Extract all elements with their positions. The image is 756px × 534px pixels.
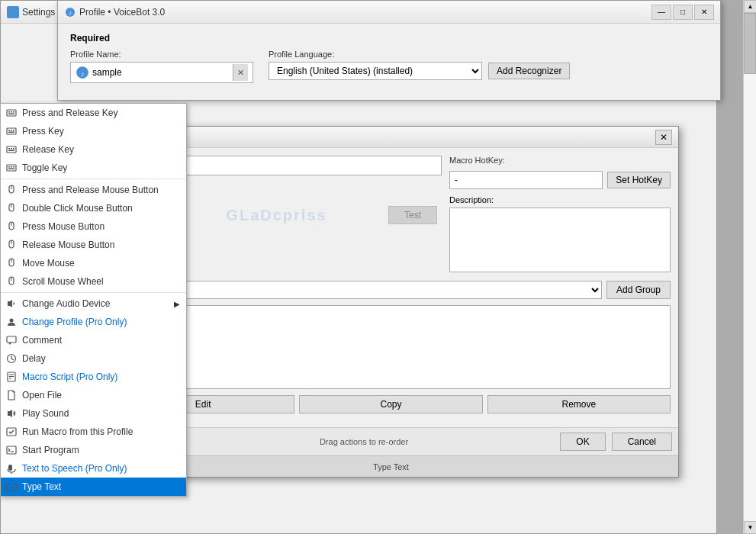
set-hotkey-btn[interactable]: Set HotKey <box>607 172 671 188</box>
svg-rect-8 <box>11 111 12 113</box>
menu-item-label-open-file: Open File <box>22 390 62 400</box>
script-icon <box>5 371 18 383</box>
language-select[interactable]: English (United States) (installed) <box>269 62 482 80</box>
menu-item-change-audio[interactable]: Change Audio Device▶ <box>1 294 186 313</box>
comment-icon <box>5 334 18 346</box>
profile-lang-label: Profile Language: <box>269 50 570 59</box>
menu-separator <box>1 292 186 293</box>
scroll-track[interactable] <box>744 13 756 521</box>
delay-icon <box>5 352 18 365</box>
menu-item-label-tts: Text to Speech (Pro Only) <box>22 463 127 474</box>
menu-item-label-press-release-mouse: Press and Release Mouse Button <box>22 185 159 195</box>
menu-item-start-program[interactable]: Start Program <box>1 441 186 459</box>
svg-rect-40 <box>7 336 16 343</box>
svg-marker-38 <box>8 300 12 307</box>
svg-rect-23 <box>11 166 12 168</box>
profile-maximize-btn[interactable]: □ <box>673 5 693 20</box>
actions-list <box>111 305 671 389</box>
keyboard-icon <box>5 143 18 156</box>
type-icon: A <box>5 481 18 493</box>
menu-item-label-press-release-key: Press and Release Key <box>22 108 117 118</box>
program-icon <box>5 444 18 456</box>
menu-item-label-toggle-key: Toggle Key <box>22 162 67 173</box>
remove-btn[interactable]: Remove <box>487 395 671 413</box>
svg-rect-14 <box>13 130 14 131</box>
voicebot-close-btn[interactable]: ✕ <box>655 130 672 145</box>
svg-rect-22 <box>8 166 10 168</box>
menu-item-play-sound[interactable]: Play Sound <box>1 404 186 423</box>
settings-icon <box>7 6 19 18</box>
profile-form-row: Profile Name: ♪ ✕ Profile Language: Engl… <box>70 50 708 83</box>
menu-item-label-type-text: Type Text <box>22 481 61 492</box>
menu-item-scroll-mouse[interactable]: Scroll Mouse Wheel <box>1 272 186 291</box>
test-btn[interactable]: Test <box>388 206 437 224</box>
profile-minimize-btn[interactable]: — <box>651 5 671 20</box>
vb-top-row: s command GLaDcprlss Test Macro HotKey: … <box>111 156 671 275</box>
menu-item-change-profile[interactable]: Change Profile (Pro Only) <box>1 313 186 331</box>
add-recognizer-btn[interactable]: Add Recognizer <box>488 63 570 79</box>
profile-dialog-icon: ♪ <box>64 6 76 18</box>
drag-label: Drag actions to re-order <box>174 437 555 446</box>
menu-item-label-press-mouse: Press Mouse Button <box>22 221 105 232</box>
macro-icon <box>5 426 18 438</box>
menu-item-macro-script[interactable]: Macro Script (Pro Only) <box>1 368 186 386</box>
scrollbar[interactable]: ▲ ▼ <box>743 0 756 534</box>
svg-marker-41 <box>8 343 11 345</box>
menu-item-label-change-audio: Change Audio Device <box>22 298 110 309</box>
vb-bottom-bar: ? Help ▾ Drag actions to re-order OK Can… <box>104 427 678 455</box>
menu-item-release-mouse[interactable]: Release Mouse Button <box>1 236 186 254</box>
profile-titlebar-controls: — □ ✕ <box>651 5 714 20</box>
menu-item-press-release-key[interactable]: Press and Release Key <box>1 104 186 122</box>
menu-item-open-file[interactable]: Open File <box>1 386 186 404</box>
audio-icon <box>5 298 18 310</box>
svg-rect-6 <box>7 110 16 116</box>
menu-item-type-text[interactable]: AType Text <box>1 478 186 496</box>
svg-text:A: A <box>10 485 13 490</box>
profile-name-group: Profile Name: ♪ ✕ <box>70 50 253 83</box>
menu-item-label-change-profile: Change Profile (Pro Only) <box>22 317 127 327</box>
profile-name-clear-btn[interactable]: ✕ <box>233 64 248 81</box>
menu-item-label-move-mouse: Move Mouse <box>22 258 75 269</box>
svg-rect-9 <box>13 111 14 113</box>
menu-item-comment[interactable]: Comment <box>1 331 186 349</box>
menu-item-delay[interactable]: Delay <box>1 349 186 368</box>
mouse-icon <box>5 239 18 251</box>
menu-item-release-key[interactable]: Release Key <box>1 140 186 159</box>
scroll-thumb[interactable] <box>744 13 756 74</box>
profile-name-input[interactable] <box>92 67 230 78</box>
scroll-up-btn[interactable]: ▲ <box>744 0 756 13</box>
copy-btn[interactable]: Copy <box>299 395 482 413</box>
keyboard-icon <box>5 162 18 174</box>
watermark: GLaDcprlss <box>226 206 327 224</box>
svg-rect-16 <box>7 146 16 153</box>
svg-rect-25 <box>8 169 14 170</box>
keyboard-icon <box>5 125 18 137</box>
mouse-icon <box>5 275 18 288</box>
menu-item-run-macro[interactable]: Run Macro from this Profile <box>1 423 186 441</box>
hotkey-row: Macro HotKey: <box>449 156 671 165</box>
menu-item-label-release-mouse: Release Mouse Button <box>22 240 114 250</box>
submenu-arrow-icon: ▶ <box>174 300 180 308</box>
menu-item-toggle-key[interactable]: Toggle Key <box>1 159 186 177</box>
svg-rect-13 <box>11 130 12 131</box>
menu-item-press-mouse[interactable]: Press Mouse Button <box>1 217 186 236</box>
profile-dialog: ♪ Profile • VoiceBot 3.0 — □ ✕ Required … <box>57 0 721 101</box>
menu-item-tts[interactable]: Text to Speech (Pro Only) <box>1 459 186 478</box>
hotkey-input[interactable] <box>449 171 603 189</box>
scroll-down-btn[interactable]: ▼ <box>744 521 756 534</box>
menu-item-press-key[interactable]: Press Key <box>1 122 186 140</box>
menu-item-double-click-mouse[interactable]: Double Click Mouse Button <box>1 199 186 217</box>
cancel-btn[interactable]: Cancel <box>612 433 672 451</box>
add-group-btn[interactable]: Add Group <box>606 281 671 299</box>
file-icon <box>5 389 18 401</box>
mouse-icon <box>5 257 18 269</box>
description-textarea[interactable] <box>449 207 671 272</box>
profile-close-btn[interactable]: ✕ <box>694 5 714 20</box>
menu-item-press-release-mouse[interactable]: Press and Release Mouse Button <box>1 181 186 199</box>
voicebot-dialog-title: VoiceBot 3.0 <box>124 132 652 143</box>
menu-item-label-comment: Comment <box>22 335 62 346</box>
menu-item-move-mouse[interactable]: Move Mouse <box>1 254 186 272</box>
ok-btn[interactable]: OK <box>560 433 605 451</box>
profile-lang-group: Profile Language: English (United States… <box>269 50 570 80</box>
svg-rect-7 <box>8 111 10 113</box>
